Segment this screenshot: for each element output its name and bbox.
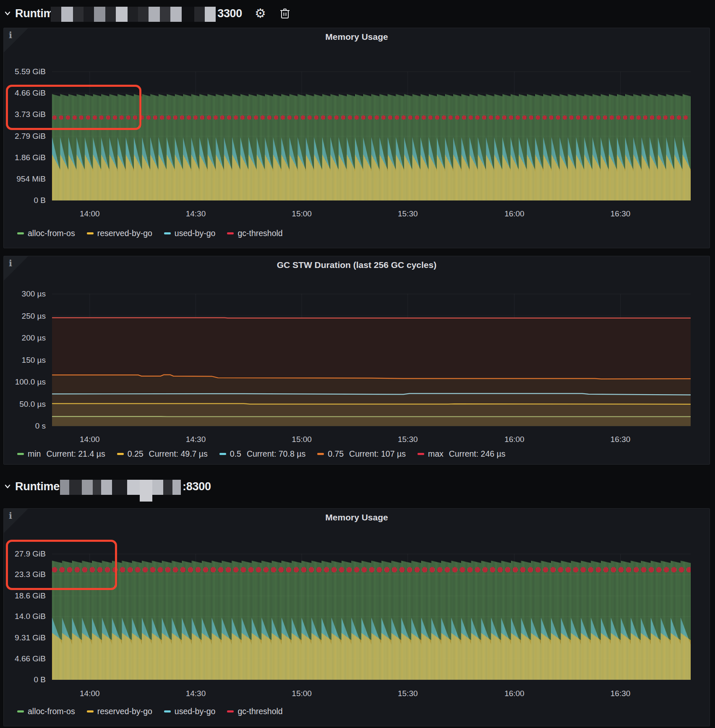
- panel-memory-usage-1: i Memory Usage 5.59 GiB4.66 GiB3.73 GiB2…: [3, 28, 710, 248]
- redacted-block: [94, 7, 105, 22]
- legend-current-value: Current: 49.7 µs: [149, 449, 208, 459]
- row-title-suffix: :8300: [183, 480, 211, 493]
- chart-plot-area[interactable]: [52, 63, 691, 203]
- panel-title[interactable]: Memory Usage: [4, 512, 710, 523]
- x-axis-tick: 14:00: [71, 689, 109, 698]
- legend-item-0.25[interactable]: 0.25Current: 49.7 µs: [117, 449, 208, 459]
- panel-title[interactable]: GC STW Duration (last 256 GC cycles): [4, 260, 710, 270]
- memory-usage-chart: [52, 63, 691, 203]
- redacted-block: [149, 7, 160, 22]
- legend-item-reserved-by-go[interactable]: reserved-by-go: [87, 229, 152, 238]
- redacted-block: [82, 480, 93, 495]
- legend-label: used-by-go: [175, 229, 216, 238]
- redacted-block: [116, 7, 128, 22]
- redacted-block: [69, 480, 82, 495]
- y-axis-tick: 0 B: [4, 196, 46, 205]
- memory-usage-chart: [52, 546, 691, 683]
- legend-swatch: [87, 710, 94, 712]
- redacted-block: [128, 7, 138, 22]
- x-axis-tick: 16:30: [602, 435, 639, 444]
- legend-label: min: [28, 449, 41, 459]
- y-axis-tick: 2.79 GiB: [4, 132, 46, 141]
- legend-item-min[interactable]: minCurrent: 21.4 µs: [17, 449, 105, 459]
- x-axis-tick: 14:30: [177, 689, 214, 698]
- legend-item-reserved-by-go[interactable]: reserved-by-go: [87, 707, 152, 716]
- redacted-block: [163, 480, 172, 495]
- redacted-text: [51, 6, 216, 23]
- y-axis-tick: 14.0 GiB: [4, 612, 46, 621]
- legend-swatch: [227, 710, 234, 712]
- row-header-runtime-2[interactable]: Runtime :8300: [3, 476, 211, 497]
- legend-item-alloc-from-os[interactable]: alloc-from-os: [17, 229, 75, 238]
- legend-label: used-by-go: [175, 707, 216, 716]
- redacted-block: [138, 7, 149, 22]
- gc-stw-chart: [52, 287, 691, 429]
- x-axis-tick: 15:00: [283, 435, 321, 444]
- legend-item-gc-threshold[interactable]: gc-threshold: [227, 707, 282, 716]
- y-axis-tick: 150 µs: [4, 356, 46, 365]
- panel-gc-stw-duration: i GC STW Duration (last 256 GC cycles) 3…: [3, 256, 710, 465]
- legend-label: reserved-by-go: [97, 707, 152, 716]
- legend-label: alloc-from-os: [28, 707, 75, 716]
- y-axis-tick: 200 µs: [4, 333, 46, 343]
- redacted-block: [61, 7, 73, 22]
- x-axis-tick: 15:30: [389, 689, 427, 698]
- annotation-rectangle: [6, 540, 117, 590]
- legend-label: 0.25: [128, 449, 144, 459]
- x-axis-tick: 16:00: [496, 435, 533, 444]
- legend-swatch: [418, 453, 424, 455]
- chevron-down-icon[interactable]: [3, 482, 12, 491]
- x-axis-tick: 15:00: [283, 209, 321, 218]
- chart-plot-area[interactable]: [52, 546, 691, 683]
- chevron-down-icon[interactable]: [3, 9, 12, 18]
- legend-swatch: [17, 453, 24, 455]
- chart-plot-area[interactable]: [52, 287, 691, 429]
- redacted-block: [172, 480, 181, 495]
- trash-icon[interactable]: [279, 7, 290, 20]
- y-axis-tick: 18.6 GiB: [4, 591, 46, 601]
- legend-item-0.75[interactable]: 0.75Current: 107 µs: [317, 449, 406, 459]
- redacted-block: [160, 7, 170, 22]
- legend-item-max[interactable]: maxCurrent: 246 µs: [418, 449, 506, 459]
- panel-memory-usage-2: i Memory Usage 27.9 GiB23.3 GiB18.6 GiB1…: [3, 508, 710, 726]
- y-axis-tick: 50.0 µs: [4, 400, 46, 409]
- redacted-text: [60, 479, 181, 496]
- legend: minCurrent: 21.4 µs0.25Current: 49.7 µs0…: [17, 449, 517, 459]
- y-axis-tick: 100.0 µs: [4, 377, 46, 387]
- x-axis-tick: 16:30: [602, 209, 639, 218]
- legend-item-gc-threshold[interactable]: gc-threshold: [227, 229, 282, 238]
- legend-current-value: Current: 70.8 µs: [247, 449, 305, 459]
- legend-current-value: Current: 246 µs: [449, 449, 506, 459]
- redacted-block: [140, 480, 152, 502]
- x-axis-tick: 16:00: [496, 209, 533, 218]
- legend-item-alloc-from-os[interactable]: alloc-from-os: [17, 707, 75, 716]
- row-title-suffix: 3300: [217, 7, 242, 20]
- y-axis-tick: 5.59 GiB: [4, 67, 46, 76]
- legend-item-used-by-go[interactable]: used-by-go: [164, 229, 216, 238]
- legend-label: alloc-from-os: [28, 229, 75, 238]
- legend-label: gc-threshold: [237, 229, 282, 238]
- legend-swatch: [87, 232, 94, 234]
- y-axis-tick: 0 B: [4, 675, 46, 684]
- redacted-block: [194, 7, 205, 22]
- gear-icon[interactable]: ⚙: [255, 7, 266, 20]
- x-axis-tick: 14:30: [177, 435, 214, 444]
- row-header-runtime-1[interactable]: Runtim 3300 ⚙: [3, 3, 290, 23]
- legend-label: 0.75: [328, 449, 344, 459]
- redacted-block: [170, 7, 182, 22]
- row-title-prefix: Runtim: [15, 7, 53, 20]
- legend-swatch: [164, 232, 171, 234]
- legend-item-0.5[interactable]: 0.5Current: 70.8 µs: [219, 449, 305, 459]
- x-axis-tick: 16:00: [496, 689, 533, 698]
- legend-swatch: [17, 710, 24, 712]
- legend: alloc-from-osreserved-by-goused-by-gogc-…: [17, 229, 295, 238]
- redacted-block: [105, 7, 116, 22]
- legend-item-used-by-go[interactable]: used-by-go: [164, 707, 216, 716]
- row-title-prefix: Runtime: [15, 480, 63, 493]
- annotation-rectangle: [6, 85, 141, 130]
- legend: alloc-from-osreserved-by-goused-by-gogc-…: [17, 707, 295, 716]
- panel-title[interactable]: Memory Usage: [4, 32, 710, 42]
- legend-current-value: Current: 21.4 µs: [46, 449, 105, 459]
- x-axis-tick: 15:00: [283, 689, 321, 698]
- redacted-block: [205, 7, 216, 22]
